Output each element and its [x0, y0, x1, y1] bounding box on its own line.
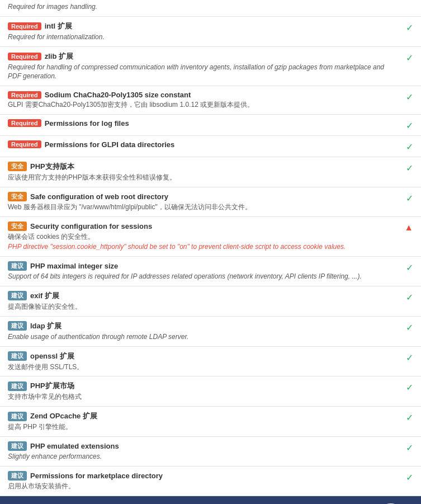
check-icon: ✓ [406, 121, 413, 130]
check-item-right: ▲ [396, 222, 413, 233]
check-item-left: Required intl 扩展 Required for internatio… [8, 21, 396, 42]
item-desc: 应该使用官方支持的PHP版本来获得安全性和错误修复。 [8, 173, 396, 182]
check-title: PHP支持版本 [30, 162, 74, 172]
check-icon: ✓ [406, 413, 413, 422]
check-item: 建议 Zend OPcache 扩展 提高 PHP 引擎性能。 ✓ [0, 407, 421, 437]
check-title: Permissions for log files [45, 119, 129, 128]
check-title: Zend OPcache 扩展 [30, 411, 97, 421]
check-item: Required Permissions for GLPI data direc… [0, 136, 421, 157]
badge-label: Required [8, 53, 41, 60]
badge-label: 建议 [8, 471, 27, 481]
check-icon: ✓ [406, 383, 413, 392]
badge-label: Required [8, 140, 41, 148]
check-title: exif 扩展 [30, 291, 59, 301]
check-item: 建议 Permissions for marketplace directory… [0, 467, 421, 496]
check-item: 安全 Safe configuration of web root direct… [0, 187, 421, 217]
badge-label: 建议 [8, 291, 27, 300]
check-item-right: ✓ [396, 321, 413, 333]
badge-label: 建议 [8, 321, 27, 331]
warning-icon: ▲ [404, 223, 413, 232]
check-item-left: Required Permissions for GLPI data direc… [8, 140, 396, 150]
check-item: Required Sodium ChaCha20-Poly1305 size c… [0, 86, 421, 115]
check-icon: ✓ [406, 443, 413, 453]
check-item: 安全 PHP支持版本 应该使用官方支持的PHP版本来获得安全性和错误修复。 ✓ [0, 157, 421, 187]
item-desc: Web 服务器根目录应为 "/var/www/html/glpi/public"… [8, 202, 396, 212]
check-item-right: ✓ [396, 381, 413, 393]
check-icon: ✓ [406, 194, 413, 203]
check-item-right: ✓ [396, 21, 413, 33]
check-item: 建议 PHP maximal integer size Support of 6… [0, 257, 421, 286]
check-icon: ✓ [406, 142, 413, 152]
footer: 您想要继续么？ 继续 › 重试 ↺ 🐤 荷包蛋 HBDO.CN [0, 496, 421, 504]
badge-label: 建议 [8, 261, 27, 271]
check-item-left: Required zlib 扩展 Required for handling o… [8, 51, 396, 82]
item-desc: Enable usage of authentication through r… [8, 332, 396, 342]
check-icon: ✓ [406, 263, 413, 272]
check-title: Permissions for GLPI data directories [45, 140, 175, 149]
check-item: Required intl 扩展 Required for internatio… [0, 17, 421, 47]
item-desc: Slightly enhance performances. [8, 452, 396, 461]
check-title-row: 建议 ldap 扩展 [8, 321, 396, 331]
item-desc: 确保会话 cookies 的安全性。 [8, 232, 396, 242]
check-title-row: 建议 Zend OPcache 扩展 [8, 411, 396, 421]
badge-label: 建议 [8, 441, 27, 451]
check-item-left: Required Sodium ChaCha20-Poly1305 size c… [8, 91, 396, 110]
check-item-left: 安全 Safe configuration of web root direct… [8, 192, 396, 212]
badge-label: 建议 [8, 381, 27, 391]
check-icon: ✓ [406, 23, 413, 32]
check-item-left: 建议 PHP扩展市场 支持市场中常见的包格式 [8, 381, 396, 402]
item-desc: 支持市场中常见的包格式 [8, 392, 396, 402]
check-title-row: 安全 Security configuration for sessions [8, 222, 396, 231]
check-item: 建议 PHP emulated extensions Slightly enha… [0, 437, 421, 467]
check-item-left: 建议 exif 扩展 提高图像验证的安全性。 [8, 291, 396, 312]
check-icon: ✓ [406, 163, 413, 173]
check-title-row: Required Sodium ChaCha20-Poly1305 size c… [8, 91, 396, 99]
check-title-row: 安全 Safe configuration of web root direct… [8, 192, 396, 201]
item-desc: Support of 64 bits integers is required … [8, 272, 396, 281]
badge-label: Required [8, 91, 41, 99]
check-icon: ✓ [406, 92, 413, 102]
check-title: Permissions for marketplace directory [30, 472, 163, 480]
check-title-row: 建议 exif 扩展 [8, 291, 396, 301]
check-item: 安全 Security configuration for sessions 确… [0, 217, 421, 257]
badge-label: Required [8, 22, 41, 30]
item-desc: Required for handling of compressed comm… [8, 63, 396, 82]
check-title: PHP emulated extensions [30, 442, 119, 450]
badge-label: 安全 [8, 192, 27, 201]
check-item-right: ✓ [396, 91, 413, 102]
check-title: zlib 扩展 [45, 51, 73, 62]
check-item-right: ✓ [396, 261, 413, 273]
check-item: 建议 exif 扩展 提高图像验证的安全性。 ✓ [0, 286, 421, 317]
check-title: ldap 扩展 [30, 321, 62, 331]
item-desc: 发送邮件使用 SSL/TLS。 [8, 362, 396, 372]
check-item: Required zlib 扩展 Required for handling o… [0, 47, 421, 87]
badge-label: 建议 [8, 412, 27, 421]
check-icon: ✓ [406, 53, 413, 63]
check-item-right: ✓ [396, 471, 413, 483]
check-title: intl 扩展 [45, 21, 72, 31]
item-desc: 启用从市场安装插件。 [8, 482, 396, 491]
check-item-right: ✓ [396, 441, 413, 453]
check-title-row: 建议 PHP扩展市场 [8, 381, 396, 391]
check-icon: ✓ [406, 323, 413, 332]
check-item: Required Permissions for log files ✓ [0, 115, 421, 136]
check-title: openssl 扩展 [30, 351, 74, 361]
badge-label: 安全 [8, 162, 27, 171]
item-desc: GLPI 需要ChaCha20-Poly1305加密支持，它由 libsodiu… [8, 100, 396, 110]
item-desc: Required for internationalization. [8, 32, 396, 42]
check-item-right: ✓ [396, 51, 413, 63]
check-title-row: 建议 Permissions for marketplace directory [8, 471, 396, 481]
check-title-row: Required intl 扩展 [8, 21, 396, 31]
check-icon: ✓ [406, 353, 413, 362]
check-item-left: Required Permissions for log files [8, 119, 396, 129]
check-item-left: 建议 ldap 扩展 Enable usage of authenticatio… [8, 321, 396, 342]
check-item: 建议 ldap 扩展 Enable usage of authenticatio… [0, 317, 421, 347]
check-title: PHP maximal integer size [30, 262, 118, 270]
item-desc: 提高图像验证的安全性。 [8, 302, 396, 312]
check-item-right: ✓ [396, 411, 413, 423]
check-item-right: ✓ [396, 119, 413, 131]
check-title-row: Required zlib 扩展 [8, 51, 396, 62]
check-item-right: ✓ [396, 192, 413, 204]
items-container: Required intl 扩展 Required for internatio… [0, 17, 421, 496]
main-content: Required for images handling. Required i… [0, 0, 421, 504]
